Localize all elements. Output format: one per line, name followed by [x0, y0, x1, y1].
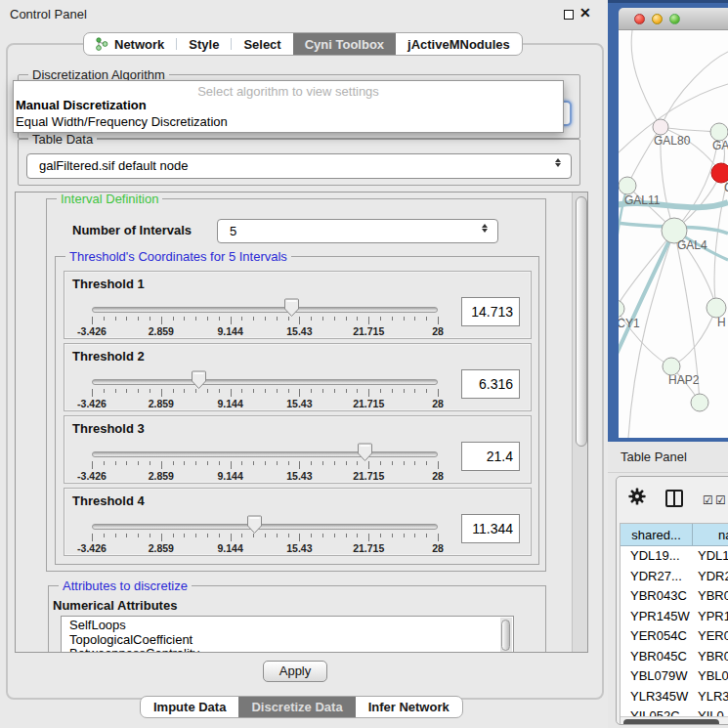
slider-track[interactable]	[92, 379, 438, 385]
table-row[interactable]: YLR345WYLR3	[621, 687, 728, 707]
tick-mark	[138, 534, 139, 537]
threshold-value-field[interactable]: 21.4	[461, 442, 520, 471]
tick-mark	[104, 534, 105, 537]
scrollbar-thumb[interactable]	[501, 620, 510, 651]
table-row[interactable]: YDL19...YDL1	[621, 546, 728, 567]
zoom-traffic-light[interactable]	[669, 14, 680, 24]
minimize-traffic-light[interactable]	[652, 14, 663, 24]
tick-mark	[231, 389, 232, 397]
tab-impute-data[interactable]: Impute Data	[141, 697, 238, 717]
tick-mark	[357, 389, 358, 393]
tick-label: 15.43	[286, 398, 312, 409]
tick-mark	[184, 317, 185, 321]
tick-mark	[346, 317, 347, 321]
column-header-name[interactable]: na	[693, 524, 728, 546]
number-of-intervals-spinner[interactable]: 5	[217, 219, 498, 243]
top-tab-bar: NetworkStyleSelectCyni ToolboxjActiveMNo…	[83, 32, 523, 56]
threshold-value-field[interactable]: 11.344	[461, 514, 520, 543]
table-row[interactable]: YPR145WYPR1	[621, 607, 728, 627]
tick-mark	[392, 461, 393, 465]
node-label: H	[717, 316, 726, 329]
slider-track[interactable]	[92, 307, 438, 313]
tab-cyni-toolbox[interactable]: Cyni Toolbox	[293, 33, 396, 55]
table-row[interactable]: YBR043CYBR0	[621, 586, 728, 607]
float-window-icon[interactable]	[564, 10, 574, 20]
attribute-list-item[interactable]: BetweennessCentrality	[62, 647, 513, 653]
tick-mark	[219, 534, 220, 537]
network-node[interactable]	[707, 298, 726, 318]
threshold-value-field[interactable]: 14.713	[461, 297, 520, 326]
table-row[interactable]: YER054CYER0	[621, 626, 728, 647]
tick-mark	[150, 317, 150, 321]
tab-infer-network[interactable]: Infer Network	[356, 697, 462, 717]
network-node[interactable]	[653, 119, 668, 135]
cell-name: YBR0	[692, 586, 728, 607]
dropdown-option-equal-width[interactable]: Equal Width/Frequency Discretization	[14, 114, 563, 131]
tick-mark	[150, 389, 150, 393]
tick-label: 28	[432, 542, 444, 554]
table-row[interactable]: YDR27...YDR2	[621, 567, 728, 587]
tick-label: 28	[432, 398, 444, 409]
tab-discretize-data[interactable]: Discretize Data	[238, 697, 355, 717]
tick-label: 15.43	[286, 325, 312, 337]
apply-button[interactable]: Apply	[263, 661, 327, 682]
tick-mark	[299, 389, 300, 397]
slider-thumb[interactable]	[247, 515, 262, 535]
attribute-list-item[interactable]: TopologicalCoefficient	[62, 633, 513, 648]
tick-mark	[311, 389, 312, 393]
tick-mark	[426, 461, 427, 465]
tab-network[interactable]: Network	[84, 33, 176, 55]
cell-shared-name: YBR043C	[621, 586, 692, 607]
slider-thumb[interactable]	[192, 370, 206, 390]
attribute-list-item[interactable]: SelfLoops	[62, 619, 513, 633]
tab-style[interactable]: Style	[177, 33, 231, 55]
close-icon[interactable]: ✕	[579, 5, 591, 21]
network-window-titlebar[interactable]	[619, 8, 728, 30]
node-label: HAP2	[668, 373, 700, 387]
tick-mark	[207, 317, 208, 321]
gear-icon[interactable]	[628, 488, 646, 505]
slider-thumb[interactable]	[358, 443, 372, 462]
slider-thumb[interactable]	[284, 298, 299, 318]
network-node[interactable]	[619, 177, 636, 194]
tick-mark	[438, 534, 439, 541]
cell-shared-name: YBL079W	[621, 666, 692, 687]
dropdown-option-manual[interactable]: Manual Discretization	[14, 98, 563, 114]
columns-icon[interactable]	[665, 490, 683, 507]
column-header-shared-name[interactable]: shared...	[621, 524, 693, 546]
numerical-attributes-list[interactable]: SelfLoopsTopologicalCoefficientBetweenne…	[61, 616, 514, 653]
network-node[interactable]	[619, 300, 624, 318]
tick-mark	[368, 461, 369, 469]
threshold-value-field[interactable]: 6.316	[461, 369, 520, 399]
checkbox-icon[interactable]: ☑	[703, 493, 713, 507]
scroll-area-scrollbar[interactable]	[572, 193, 588, 652]
scrollbar-thumb[interactable]	[623, 719, 719, 725]
horizontal-scrollbar[interactable]	[621, 716, 728, 725]
tick-mark	[195, 534, 196, 537]
tab-select[interactable]: Select	[232, 33, 292, 55]
network-view[interactable]: GAL80GACGAL11GAL4GCY1HHAP2	[619, 30, 728, 438]
dropdown-prompt-item[interactable]: Select algorithm to view settings	[14, 81, 563, 98]
checkbox-icon[interactable]: ☑	[715, 493, 726, 507]
tick-mark	[265, 534, 266, 537]
tick-mark	[299, 317, 300, 324]
close-traffic-light[interactable]	[634, 14, 645, 24]
tick-mark	[161, 461, 162, 469]
tick-mark	[115, 389, 116, 393]
spinner-arrows-icon	[554, 158, 562, 167]
settings-scroll-area: Interval Definition Number of Intervals …	[15, 192, 588, 653]
tick-label: 9.144	[217, 398, 242, 409]
slider-track[interactable]	[92, 524, 438, 530]
tick-mark	[368, 317, 369, 324]
slider-track[interactable]	[92, 451, 438, 457]
node-table: shared... na YDL19...YDL1YDR27...YDR2YBR…	[620, 523, 728, 725]
tab-jactivemnodules[interactable]: jActiveMNodules	[396, 33, 522, 55]
table-row[interactable]: YBL079WYBL0	[621, 666, 728, 687]
list-scrollbar[interactable]	[500, 618, 512, 653]
table-row[interactable]: YBR045CYBR0	[621, 647, 728, 667]
scrollbar-thumb[interactable]	[576, 196, 587, 447]
network-node[interactable]	[691, 394, 708, 411]
table-data-combobox[interactable]: galFiltered.sif default node	[26, 153, 572, 179]
network-node[interactable]	[711, 163, 728, 183]
tick-mark	[231, 317, 232, 324]
